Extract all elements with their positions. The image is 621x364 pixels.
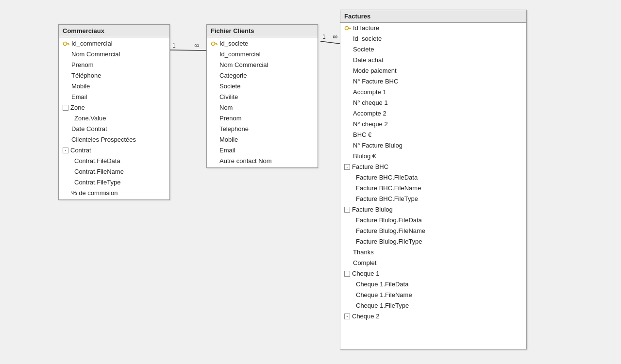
table-row: Id facture	[340, 23, 526, 33]
field-label: N° cheque 2	[353, 119, 388, 129]
collapse-button[interactable]: -	[344, 314, 350, 319]
factures-fields[interactable]: Id factureId_societeSocieteDate achatMod…	[340, 23, 526, 333]
field-label: Complet	[353, 258, 376, 268]
table-row: -Facture Blulog	[340, 204, 526, 215]
table-row: Cheque 1.FileData	[340, 279, 526, 290]
field-label: Mode paiement	[353, 66, 397, 76]
field-label: Accompte 1	[353, 87, 386, 97]
field-label: Facture BHC.FileData	[356, 173, 418, 182]
field-label: Nom	[219, 103, 233, 113]
field-label: Téléphone	[71, 71, 101, 81]
table-row: Cheque 1.FileName	[340, 290, 526, 300]
field-label: Prenom	[219, 114, 242, 123]
field-label: Id facture	[353, 23, 379, 33]
table-row: % de commision	[59, 188, 169, 199]
field-label: Cheque 1.FileData	[356, 280, 408, 289]
field-label: Facture BHC.FileName	[356, 183, 421, 193]
field-label: Telephone	[219, 124, 249, 134]
svg-text:∞: ∞	[333, 33, 337, 40]
collapse-button[interactable]: -	[344, 164, 350, 170]
table-row: Id_societe	[207, 38, 318, 49]
fichier-clients-table: Fichier Clients Id_societeId_commercialN…	[206, 24, 318, 168]
table-row: Complet	[340, 258, 526, 268]
field-label: Date achat	[353, 55, 384, 65]
table-row: Date achat	[340, 55, 526, 66]
field-label: Facture BHC	[352, 162, 388, 172]
table-row: N° Facture BHC	[340, 76, 526, 87]
field-label: Email	[71, 92, 87, 102]
fichier-clients-fields: Id_societeId_commercialNom CommercialCat…	[207, 37, 318, 167]
field-label: Prenom	[71, 60, 94, 70]
field-label: Facture Blulog.FileData	[356, 215, 422, 225]
table-row: Nom Commercial	[207, 60, 318, 70]
table-row: Thanks	[340, 247, 526, 258]
field-label: Categorie	[219, 71, 247, 81]
field-label: Date Contrat	[71, 124, 107, 134]
field-label: Contrat	[70, 146, 91, 155]
svg-line-3	[320, 41, 340, 44]
table-row: Téléphone	[59, 70, 169, 81]
table-row: Email	[59, 92, 169, 102]
table-row: Societe	[207, 81, 318, 92]
field-label: Id_societe	[353, 34, 382, 44]
table-row: Cheque 1.FileType	[340, 300, 526, 311]
svg-text:1: 1	[322, 33, 326, 40]
key-icon	[211, 40, 218, 47]
table-row: Contrat.FileData	[59, 156, 169, 166]
field-label: Id_commercial	[219, 50, 261, 59]
field-label: Thanks	[353, 248, 374, 257]
table-row: Zone.Value	[59, 113, 169, 124]
svg-point-10	[212, 42, 215, 46]
key-icon	[344, 25, 351, 32]
field-label: Nom Commercial	[71, 50, 120, 59]
table-row: Date Contrat	[59, 124, 169, 134]
field-label: Cheque 1.FileName	[356, 290, 412, 300]
field-label: Mobile	[71, 82, 90, 91]
collapse-button[interactable]: -	[63, 148, 68, 153]
table-row: N° Facture Blulog	[340, 140, 526, 151]
field-label: Contrat.FileData	[74, 156, 120, 166]
table-row: Mobile	[59, 81, 169, 92]
table-row: N° cheque 1	[340, 98, 526, 108]
collapse-button[interactable]: -	[63, 105, 68, 111]
table-row: -Facture BHC	[340, 162, 526, 172]
collapse-button[interactable]: -	[344, 271, 350, 277]
field-label: Societe	[353, 45, 374, 54]
table-row: Mode paiement	[340, 66, 526, 76]
table-row: Civilite	[207, 92, 318, 102]
commerciaux-fields: Id_commercialNom CommercialPrenomTélépho…	[59, 37, 169, 199]
svg-text:∞: ∞	[194, 41, 199, 49]
factures-title: Factures	[340, 10, 526, 23]
commerciaux-table: Commerciaux Id_commercialNom CommercialP…	[58, 24, 170, 200]
field-label: Mobile	[219, 135, 238, 145]
table-row: Id_commercial	[59, 38, 169, 49]
collapse-button[interactable]: -	[344, 207, 350, 213]
field-label: Zone	[70, 103, 85, 113]
table-row: Accompte 1	[340, 87, 526, 98]
field-label: Zone.Value	[74, 114, 106, 123]
table-row: N° cheque 2	[340, 119, 526, 130]
key-icon	[63, 40, 69, 47]
field-label: Cheque 1.FileType	[356, 301, 409, 311]
field-label: N° cheque 1	[353, 98, 388, 108]
table-row: Categorie	[207, 70, 318, 81]
field-label: Contrat.FileType	[74, 178, 120, 187]
field-label: Clienteles Prospectées	[71, 135, 136, 145]
table-row: Id_societe	[340, 33, 526, 44]
commerciaux-title: Commerciaux	[59, 25, 169, 37]
field-label: % de commision	[71, 188, 117, 198]
table-row: Contrat.FileType	[59, 177, 169, 188]
table-row: -Cheque 1	[340, 268, 526, 279]
key-icon	[344, 25, 351, 32]
fichier-clients-title: Fichier Clients	[207, 25, 318, 37]
table-row: Nom	[207, 102, 318, 113]
svg-line-0	[170, 50, 206, 50]
table-row: Email	[207, 145, 318, 156]
field-label: Facture Blulog	[352, 205, 393, 215]
field-label: Autre contact Nom	[219, 156, 272, 166]
diagram-area: 1 ∞ 1 ∞ Commerciaux Id_commercialNom Com…	[0, 0, 621, 364]
table-row: Facture Blulog.FileName	[340, 226, 526, 236]
table-row: BHC €	[340, 130, 526, 140]
table-row: Nom Commercial	[59, 49, 169, 60]
field-label: Id_societe	[219, 39, 248, 49]
